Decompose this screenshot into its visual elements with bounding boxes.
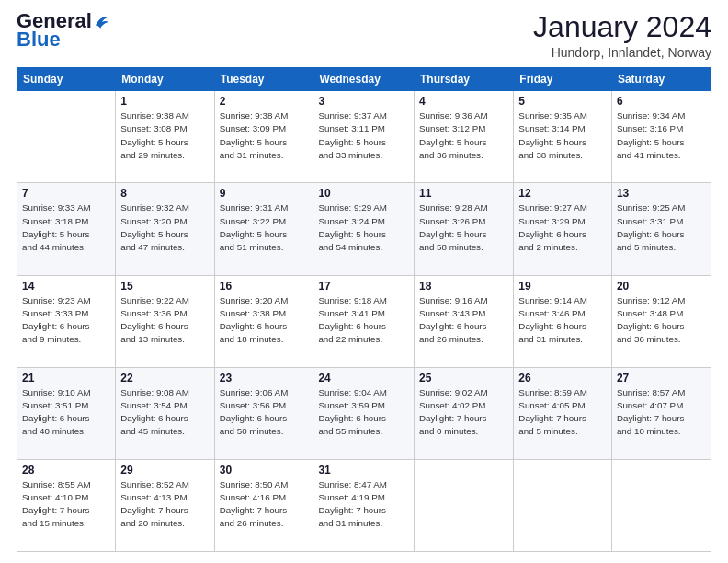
calendar-cell: 15Sunrise: 9:22 AMSunset: 3:36 PMDayligh…: [116, 275, 214, 367]
calendar-cell: 26Sunrise: 8:59 AMSunset: 4:05 PMDayligh…: [514, 367, 612, 459]
day-number: 28: [22, 464, 110, 477]
month-title: January 2024: [533, 11, 711, 43]
day-info: Sunrise: 8:50 AMSunset: 4:16 PMDaylight:…: [220, 478, 309, 531]
day-info: Sunrise: 8:52 AMSunset: 4:13 PMDaylight:…: [120, 478, 209, 531]
day-info: Sunrise: 9:36 AMSunset: 3:12 PMDaylight:…: [419, 109, 508, 162]
day-info: Sunrise: 9:10 AMSunset: 3:51 PMDaylight:…: [22, 386, 110, 439]
weekday-header-tuesday: Tuesday: [214, 68, 313, 91]
day-number: 25: [419, 372, 508, 385]
day-info: Sunrise: 9:02 AMSunset: 4:02 PMDaylight:…: [419, 386, 508, 439]
calendar-cell: 24Sunrise: 9:04 AMSunset: 3:59 PMDayligh…: [313, 367, 415, 459]
calendar-cell: 31Sunrise: 8:47 AMSunset: 4:19 PMDayligh…: [313, 459, 415, 551]
calendar-cell: 18Sunrise: 9:16 AMSunset: 3:43 PMDayligh…: [415, 275, 514, 367]
day-number: 19: [518, 280, 607, 293]
day-number: 30: [220, 464, 309, 477]
day-info: Sunrise: 9:22 AMSunset: 3:36 PMDaylight:…: [120, 294, 209, 347]
calendar-cell: 30Sunrise: 8:50 AMSunset: 4:16 PMDayligh…: [214, 459, 313, 551]
day-number: 17: [318, 280, 409, 293]
day-info: Sunrise: 9:28 AMSunset: 3:26 PMDaylight:…: [419, 201, 508, 254]
calendar-cell: 16Sunrise: 9:20 AMSunset: 3:38 PMDayligh…: [214, 275, 313, 367]
calendar-cell: 22Sunrise: 9:08 AMSunset: 3:54 PMDayligh…: [116, 367, 214, 459]
day-number: 10: [318, 187, 409, 200]
day-info: Sunrise: 9:37 AMSunset: 3:11 PMDaylight:…: [318, 109, 409, 162]
day-info: Sunrise: 9:38 AMSunset: 3:09 PMDaylight:…: [220, 109, 309, 162]
calendar-cell: 19Sunrise: 9:14 AMSunset: 3:46 PMDayligh…: [514, 275, 612, 367]
day-number: 3: [318, 95, 409, 108]
day-info: Sunrise: 8:59 AMSunset: 4:05 PMDaylight:…: [518, 386, 607, 439]
day-info: Sunrise: 9:08 AMSunset: 3:54 PMDaylight:…: [120, 386, 209, 439]
header: General Blue January 2024 Hundorp, Innla…: [17, 11, 711, 60]
calendar-week-row-5: 28Sunrise: 8:55 AMSunset: 4:10 PMDayligh…: [17, 459, 711, 551]
calendar-cell: 13Sunrise: 9:25 AMSunset: 3:31 PMDayligh…: [611, 183, 711, 275]
calendar-table: SundayMondayTuesdayWednesdayThursdayFrid…: [17, 67, 711, 552]
day-number: 23: [220, 372, 309, 385]
calendar-week-row-4: 21Sunrise: 9:10 AMSunset: 3:51 PMDayligh…: [17, 367, 711, 459]
calendar-cell: 25Sunrise: 9:02 AMSunset: 4:02 PMDayligh…: [415, 367, 514, 459]
calendar-cell: 20Sunrise: 9:12 AMSunset: 3:48 PMDayligh…: [611, 275, 711, 367]
day-number: 27: [617, 372, 706, 385]
day-number: 29: [120, 464, 209, 477]
day-number: 22: [120, 372, 209, 385]
calendar-cell: [17, 91, 116, 183]
day-number: 7: [22, 187, 110, 200]
day-number: 20: [617, 280, 706, 293]
day-info: Sunrise: 9:32 AMSunset: 3:20 PMDaylight:…: [120, 201, 209, 254]
calendar-cell: [611, 459, 711, 551]
weekday-header-wednesday: Wednesday: [313, 68, 415, 91]
calendar-cell: 23Sunrise: 9:06 AMSunset: 3:56 PMDayligh…: [214, 367, 313, 459]
calendar-cell: 14Sunrise: 9:23 AMSunset: 3:33 PMDayligh…: [17, 275, 116, 367]
day-info: Sunrise: 9:34 AMSunset: 3:16 PMDaylight:…: [617, 109, 706, 162]
day-number: 9: [220, 187, 309, 200]
weekday-header-monday: Monday: [116, 68, 214, 91]
calendar-cell: 12Sunrise: 9:27 AMSunset: 3:29 PMDayligh…: [514, 183, 612, 275]
day-info: Sunrise: 8:55 AMSunset: 4:10 PMDaylight:…: [22, 478, 110, 531]
day-number: 21: [22, 372, 110, 385]
day-number: 1: [120, 95, 209, 108]
day-number: 18: [419, 280, 508, 293]
logo-bird-icon: [94, 14, 110, 29]
day-number: 16: [220, 280, 309, 293]
day-number: 31: [318, 464, 409, 477]
day-info: Sunrise: 9:38 AMSunset: 3:08 PMDaylight:…: [120, 109, 209, 162]
calendar-cell: 11Sunrise: 9:28 AMSunset: 3:26 PMDayligh…: [415, 183, 514, 275]
calendar-cell: 21Sunrise: 9:10 AMSunset: 3:51 PMDayligh…: [17, 367, 116, 459]
calendar-cell: 3Sunrise: 9:37 AMSunset: 3:11 PMDaylight…: [313, 91, 415, 183]
weekday-header-sunday: Sunday: [17, 68, 116, 91]
day-number: 5: [518, 95, 607, 108]
day-info: Sunrise: 9:12 AMSunset: 3:48 PMDaylight:…: [617, 294, 706, 347]
calendar-cell: 1Sunrise: 9:38 AMSunset: 3:08 PMDaylight…: [116, 91, 214, 183]
logo-blue: Blue: [17, 28, 61, 52]
day-info: Sunrise: 9:31 AMSunset: 3:22 PMDaylight:…: [220, 201, 309, 254]
calendar-cell: 6Sunrise: 9:34 AMSunset: 3:16 PMDaylight…: [611, 91, 711, 183]
day-number: 15: [120, 280, 209, 293]
calendar-week-row-1: 1Sunrise: 9:38 AMSunset: 3:08 PMDaylight…: [17, 91, 711, 183]
logo: General Blue: [17, 11, 110, 52]
day-info: Sunrise: 9:29 AMSunset: 3:24 PMDaylight:…: [318, 201, 409, 254]
day-info: Sunrise: 9:33 AMSunset: 3:18 PMDaylight:…: [22, 201, 110, 254]
day-number: 8: [120, 187, 209, 200]
weekday-header-thursday: Thursday: [415, 68, 514, 91]
day-info: Sunrise: 9:18 AMSunset: 3:41 PMDaylight:…: [318, 294, 409, 347]
title-block: January 2024 Hundorp, Innlandet, Norway: [533, 11, 711, 60]
day-info: Sunrise: 9:06 AMSunset: 3:56 PMDaylight:…: [220, 386, 309, 439]
calendar-cell: [514, 459, 612, 551]
day-info: Sunrise: 9:20 AMSunset: 3:38 PMDaylight:…: [220, 294, 309, 347]
calendar-cell: 9Sunrise: 9:31 AMSunset: 3:22 PMDaylight…: [214, 183, 313, 275]
day-number: 4: [419, 95, 508, 108]
page: General Blue January 2024 Hundorp, Innla…: [0, 0, 728, 563]
calendar-cell: 7Sunrise: 9:33 AMSunset: 3:18 PMDaylight…: [17, 183, 116, 275]
day-number: 12: [518, 187, 607, 200]
calendar-cell: 27Sunrise: 8:57 AMSunset: 4:07 PMDayligh…: [611, 367, 711, 459]
day-info: Sunrise: 9:25 AMSunset: 3:31 PMDaylight:…: [617, 201, 706, 254]
calendar-cell: 10Sunrise: 9:29 AMSunset: 3:24 PMDayligh…: [313, 183, 415, 275]
day-number: 26: [518, 372, 607, 385]
weekday-header-saturday: Saturday: [611, 68, 711, 91]
day-number: 13: [617, 187, 706, 200]
day-number: 14: [22, 280, 110, 293]
calendar-cell: [415, 459, 514, 551]
calendar-cell: 4Sunrise: 9:36 AMSunset: 3:12 PMDaylight…: [415, 91, 514, 183]
day-info: Sunrise: 9:27 AMSunset: 3:29 PMDaylight:…: [518, 201, 607, 254]
calendar-cell: 29Sunrise: 8:52 AMSunset: 4:13 PMDayligh…: [116, 459, 214, 551]
day-number: 6: [617, 95, 706, 108]
weekday-header-friday: Friday: [514, 68, 612, 91]
